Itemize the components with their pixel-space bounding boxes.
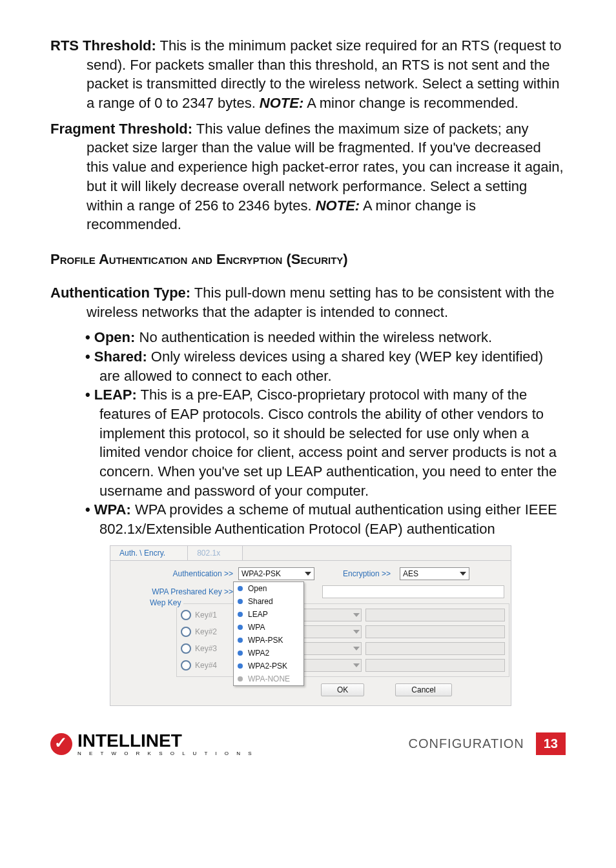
rts-note-text: A minor change is recommended. (303, 95, 518, 111)
authentication-label: Authentication >> (117, 569, 238, 578)
dd-option-wpa2-psk[interactable]: WPA2-PSK (234, 660, 303, 672)
tab-auth-encry[interactable]: Auth. \ Encry. (110, 546, 188, 560)
bullet-leap: • LEAP: This is a pre-EAP, Cisco-proprie… (85, 385, 566, 500)
wep-key1-radio[interactable] (181, 610, 191, 620)
auth-type-def: Authentication Type: This pull-down menu… (50, 283, 566, 321)
auth-encryption-dialog: Auth. \ Encry. 802.1x Authentication >> … (110, 545, 511, 706)
ok-button[interactable]: OK (321, 683, 364, 696)
wep-key1-label: Key#1 (195, 611, 235, 620)
frag-note-label: NOTE: (316, 197, 360, 214)
chevron-down-icon (353, 663, 360, 667)
preshared-key-label: WPA Preshared Key >> (117, 587, 238, 596)
wep-key4-input[interactable] (365, 659, 505, 672)
dd-option-open[interactable]: Open (234, 582, 303, 595)
brand-name: INTELLINET (77, 732, 255, 750)
wep-key-row-1: Key#1 (177, 607, 509, 623)
dd-option-wpa-psk[interactable]: WPA-PSK (234, 634, 303, 647)
chevron-down-icon (353, 630, 360, 634)
bullet-wpa: • WPA: WPA provides a scheme of mutual a… (85, 500, 566, 538)
section-title: Profile Authentication and Encryption (S… (50, 251, 566, 268)
wep-key-row-3: Key#3 (177, 640, 509, 657)
chevron-down-icon (353, 613, 360, 617)
dd-option-wpa2[interactable]: WPA2 (234, 647, 303, 660)
wep-key1-input[interactable] (365, 609, 505, 621)
bullet-icon (238, 663, 243, 669)
wep-key3-type-select[interactable] (297, 642, 362, 655)
bullet-icon (238, 625, 243, 630)
authentication-value: WPA2-PSK (241, 569, 281, 578)
encryption-label: Encryption >> (343, 569, 391, 578)
wep-key1-type-select[interactable] (297, 609, 362, 621)
dd-option-wpa[interactable]: WPA (234, 621, 303, 634)
chevron-down-icon (460, 572, 466, 576)
chevron-down-icon (353, 647, 360, 651)
auth-type-block: Authentication Type: This pull-down menu… (50, 283, 566, 321)
encryption-select[interactable]: AES (400, 567, 469, 580)
wep-key2-radio[interactable] (181, 627, 191, 637)
bullet-icon (238, 586, 243, 591)
wep-key3-input[interactable] (365, 642, 505, 655)
definitions-block: RTS Threshold: This is the minimum packe… (50, 36, 566, 234)
bullet-icon (238, 638, 243, 643)
page-number: 13 (536, 732, 566, 755)
tab-8021x[interactable]: 802.1x (188, 546, 243, 560)
dd-option-wpa-none[interactable]: WPA-NONE (234, 672, 303, 685)
wep-key2-type-select[interactable] (297, 625, 362, 638)
brand-logo: INTELLINET N E T W O R K S O L U T I O N… (50, 732, 255, 756)
row-authentication: Authentication >> WPA2-PSK Encryption >>… (117, 567, 504, 580)
wep-key4-type-select[interactable] (297, 659, 362, 672)
fragment-threshold-def: Fragment Threshold: This value defines t… (50, 119, 566, 234)
wep-key3-label: Key#3 (195, 644, 235, 653)
wep-key2-label: Key#2 (195, 627, 235, 636)
authentication-dropdown-list[interactable]: Open Shared LEAP WPA WPA-PSK WPA2 WPA2-P… (233, 581, 304, 686)
checkmark-icon (50, 733, 72, 755)
wep-key4-label: Key#4 (195, 661, 235, 670)
wep-key3-radio[interactable] (181, 643, 191, 654)
preshared-key-input[interactable] (322, 585, 504, 598)
dialog-body: Authentication >> WPA2-PSK Encryption >>… (110, 561, 511, 705)
rts-note-label: NOTE: (260, 95, 303, 111)
dd-option-shared[interactable]: Shared (234, 595, 303, 608)
chevron-down-icon (305, 572, 311, 576)
bullet-icon (238, 599, 243, 604)
dd-option-leap[interactable]: LEAP (234, 608, 303, 621)
bullet-icon (238, 612, 243, 617)
brand-tagline: N E T W O R K S O L U T I O N S (77, 751, 255, 756)
footer-section-label: CONFIGURATION (408, 736, 524, 751)
wep-key-row-4: Key#4 (177, 657, 509, 674)
wep-key-row-2: Key#2 (177, 623, 509, 640)
bullet-shared: • Shared: Only wireless devices using a … (85, 347, 566, 385)
dialog-button-row: OK Cancel (117, 680, 504, 701)
rts-threshold-def: RTS Threshold: This is the minimum packe… (50, 36, 566, 113)
row-preshared-key: WPA Preshared Key >> (117, 585, 504, 598)
wep-key-legend: Wep Key (147, 598, 183, 607)
auth-term: Authentication Type: (50, 285, 190, 301)
bullet-icon (238, 676, 243, 681)
wep-key4-radio[interactable] (181, 660, 191, 671)
bullet-icon (238, 651, 243, 656)
page-footer: INTELLINET N E T W O R K S O L U T I O N… (50, 732, 566, 769)
dialog-tabbar: Auth. \ Encry. 802.1x (110, 546, 511, 561)
cancel-button[interactable]: Cancel (395, 683, 451, 696)
encryption-value: AES (403, 569, 418, 578)
wep-key2-input[interactable] (365, 625, 505, 638)
bullet-open: • Open: No authentication is needed with… (85, 328, 566, 347)
authentication-select[interactable]: WPA2-PSK (238, 567, 314, 580)
auth-bullets: • Open: No authentication is needed with… (85, 328, 566, 539)
wep-key-group: Wep Key Key#1 Key#2 Key#3 (176, 603, 509, 677)
rts-term: RTS Threshold: (50, 37, 156, 54)
frag-term: Fragment Threshold: (50, 121, 192, 137)
